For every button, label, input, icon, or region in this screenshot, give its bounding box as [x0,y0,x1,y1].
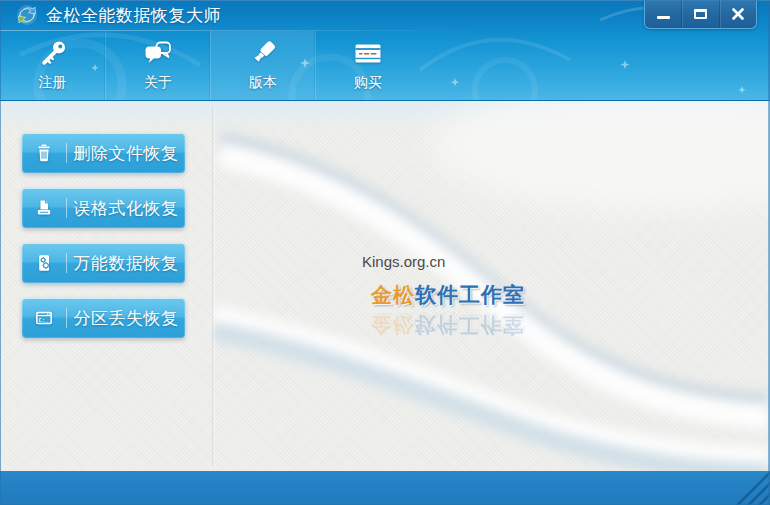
sidebar-button-label: 删除文件恢复 [67,142,185,165]
sidebar-button-label: 分区丢失恢复 [67,307,185,330]
window-header: 金松全能数据恢复大师 注册 [0,0,770,101]
close-button[interactable] [719,0,756,28]
marker-icon [245,38,281,72]
toolbar-item-label: 购买 [354,74,382,92]
drive-letter-text: C:_ [39,317,50,324]
trash-icon [22,143,66,163]
sidebar-button-deleted-file-recovery[interactable]: 删除文件恢复 [22,133,185,173]
toolbar-item-label: 关于 [144,74,172,92]
minimize-icon [657,16,670,19]
maximize-button[interactable] [681,0,718,28]
toolbar-item-label: 版本 [249,74,277,92]
close-icon [732,8,744,20]
sidebar-button-universal-recovery[interactable]: 万能数据恢复 [22,243,185,283]
key-icon [35,38,71,72]
toolbar-item-register[interactable]: 注册 [0,31,105,100]
status-bar [0,471,770,505]
chat-bubbles-icon [140,38,176,72]
watermark-studio-prefix: 金松 [371,283,415,306]
toolbar: 注册 关于 版本 [0,31,420,100]
window-controls [644,0,757,29]
window-title: 金松全能数据恢复大师 [46,0,221,31]
toolbar-item-buy[interactable]: 购买 [315,31,420,100]
watermark-studio-prefix: 金松 [371,314,415,337]
maximize-icon [694,9,707,19]
watermark-studio-suffix: 软件工作室 [415,283,525,306]
banknote-icon [350,38,386,72]
sidebar-button-format-recovery[interactable]: 误格式化恢复 [22,188,185,228]
drive-partition-icon: C:_ [22,308,66,328]
watermark-studio-suffix: 软件工作室 [415,314,525,337]
app-logo-sync-icon[interactable] [16,4,38,26]
resize-grip[interactable] [728,471,770,505]
sidebar-button-label: 万能数据恢复 [67,252,185,275]
toolbar-item-version[interactable]: 版本 [210,31,315,100]
watermark-url: Kings.org.cn [362,253,445,270]
document-gears-icon [22,253,66,273]
minimize-button[interactable] [645,0,681,28]
save-disk-icon [22,198,66,218]
watermark-studio-reflection: 金松软件工作室 [371,311,525,339]
sidebar-content-divider [212,108,215,466]
sidebar-button-label: 误格式化恢复 [67,197,185,220]
toolbar-item-label: 注册 [39,74,67,92]
toolbar-item-about[interactable]: 关于 [105,31,210,100]
watermark-studio: 金松软件工作室 [371,281,525,309]
sidebar-button-partition-recovery[interactable]: C:_ 分区丢失恢复 [22,298,185,338]
